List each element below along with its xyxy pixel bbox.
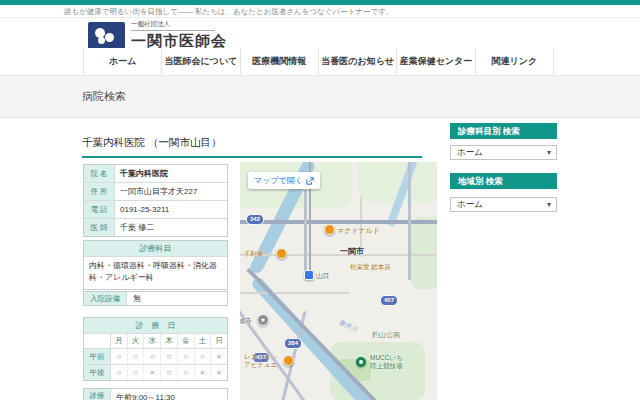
info-value: 0191-25-3211 <box>115 201 227 218</box>
inpatient-label: 入院設備 <box>84 292 127 305</box>
logo-flower-icon <box>88 22 125 50</box>
nav-item-duty-doctor[interactable]: 当番医のお知らせ <box>319 48 397 74</box>
chevron-down-icon: ▾ <box>547 198 551 211</box>
table-row: 医 師 千葉 修二 <box>84 219 227 236</box>
external-link-icon <box>306 177 314 185</box>
hours-row: 診療 午前9:00～11:30 <box>83 388 228 400</box>
dept-search-selected: ホーム <box>457 147 483 157</box>
restaurant-pin-icon[interactable] <box>283 355 294 366</box>
day-header: 木 <box>161 334 178 348</box>
info-label: 院 名 <box>84 165 115 182</box>
soba-shop-pin-icon[interactable] <box>276 248 287 259</box>
temple-icon[interactable]: ★ <box>257 314 269 326</box>
day-header: 金 <box>178 334 195 348</box>
park-label: 釣山公園 <box>372 330 400 340</box>
day-header: 日 <box>211 334 227 348</box>
soba-shop-label: 千利庵 <box>244 250 264 259</box>
clinic-info-table: 院 名 千葉内科医院 住 所 一関市山目字才天227 電 話 0191-25-3… <box>83 164 228 237</box>
day-header: 火 <box>128 334 145 348</box>
info-value: 千葉内科医院 <box>115 165 227 182</box>
row-label: 午後 <box>84 365 111 380</box>
chevron-down-icon: ▾ <box>547 146 551 159</box>
site-logo[interactable]: 一般社団法人 一関市医師会 <box>88 20 227 51</box>
day-header: 土 <box>195 334 212 348</box>
nav-item-health-center[interactable]: 産業保健センター <box>397 48 475 74</box>
nav-item-about[interactable]: 当医師会について <box>162 48 240 74</box>
schedule-am-row: 午前 ○ ○ ○ ○ ○ ○ × <box>84 349 227 365</box>
open-map-label: マップで開く <box>254 175 303 186</box>
day-header: 月 <box>111 334 128 348</box>
river-label: 磐井川 <box>337 318 358 334</box>
departments-box: 診療科目 内科・循環器科・呼吸器科・消化器科・アレルギー科 <box>83 240 228 290</box>
departments-value: 内科・循環器科・呼吸器科・消化器科・アレルギー科 <box>84 257 227 289</box>
info-value: 一関市山目字才天227 <box>115 183 227 200</box>
map-road-457 <box>408 162 411 280</box>
main-nav: ホーム 当医師会について 医療機関情報 当番医のお知らせ 産業保健センター 関連… <box>83 48 554 74</box>
inpatient-value: 無 <box>127 292 227 305</box>
table-row: 院 名 千葉内科医院 <box>84 165 227 183</box>
station-icon[interactable] <box>304 270 314 280</box>
table-row: 住 所 一関市山目字才天227 <box>84 183 227 201</box>
mcdonalds-label: マクドナルド <box>337 226 380 236</box>
station-label: 山目 <box>316 272 329 281</box>
info-label: 住 所 <box>84 183 115 200</box>
schedule-header: 診 療 日 <box>84 318 227 334</box>
info-label: 電 話 <box>84 201 115 218</box>
sidebar-dept-search-header: 診療科目別 検索 <box>450 123 557 139</box>
schedule-pm-row: 午後 ○ ○ × ○ ○ × × <box>84 365 227 380</box>
restaurant-label-line2: アビチュエ <box>244 361 277 370</box>
info-label: 医 師 <box>84 219 115 236</box>
hours-value: 午前9:00～11:30 <box>111 389 227 400</box>
header-divider <box>0 17 640 18</box>
stadium-pin-icon[interactable] <box>356 357 366 367</box>
temple-label: 願成寺 <box>240 317 252 326</box>
clinic-name-heading: 千葉内科医院 （一関市山目） <box>82 136 422 158</box>
schedule-days-row: 月 火 水 木 金 土 日 <box>84 334 227 349</box>
nav-item-links[interactable]: 関連リンク <box>476 48 554 74</box>
day-header: 水 <box>144 334 161 348</box>
dept-search-select[interactable]: ホーム ▾ <box>450 145 557 160</box>
route-shield-457: 457 <box>380 295 398 306</box>
table-row: 電 話 0191-25-3211 <box>84 201 227 219</box>
area-search-selected: ホーム <box>457 199 483 209</box>
departments-header: 診療科目 <box>84 241 227 257</box>
route-shield-284: 284 <box>284 338 302 349</box>
mcdonalds-pin-icon[interactable] <box>324 224 335 235</box>
schedule-table: 診 療 日 月 火 水 木 金 土 日 午前 ○ ○ ○ ○ ○ ○ × 午後 … <box>83 317 228 381</box>
route-shield-342: 342 <box>246 214 264 225</box>
map-road <box>304 190 307 278</box>
page: 誰もが健康で明るい街を目指して―― 私たちは、あなたとお医者さんをつなぐパートナ… <box>0 0 640 400</box>
nav-item-institutions[interactable]: 医療機関情報 <box>241 48 319 74</box>
inpatient-row: 入院設備 無 <box>83 291 228 306</box>
info-value: 千葉 修二 <box>115 219 227 236</box>
stadium-label-line2: 陸上競技場 <box>370 362 403 371</box>
row-label: 午前 <box>84 349 111 364</box>
sidebar-area-search-header: 地域別 検索 <box>450 173 557 189</box>
map-canvas[interactable]: 342 457 284 457 マクドナルド 千利庵 一関市 松栄堂 総本店 山… <box>240 162 437 400</box>
map-green-area <box>410 217 437 289</box>
shoeido-label: 松栄堂 総本店 <box>350 263 391 272</box>
area-search-select[interactable]: ホーム ▾ <box>450 197 557 212</box>
open-map-button[interactable]: マップで開く <box>248 172 320 189</box>
city-label: 一関市 <box>340 246 364 257</box>
map-road <box>240 292 350 294</box>
nav-item-home[interactable]: ホーム <box>84 48 162 74</box>
page-title: 病院検索 <box>82 75 126 118</box>
hours-label: 診療 <box>84 389 111 400</box>
logo-org-type: 一般社団法人 <box>131 20 215 31</box>
